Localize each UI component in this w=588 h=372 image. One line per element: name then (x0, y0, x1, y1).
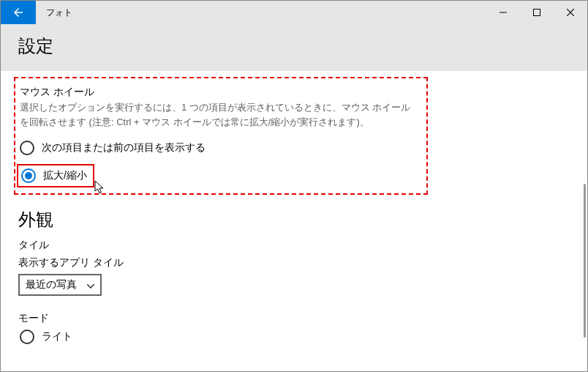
app-tile-label: 表示するアプリ タイル (18, 256, 570, 269)
appearance-title: 外観 (18, 208, 570, 231)
scrollbar-thumb[interactable] (584, 184, 586, 338)
close-icon (567, 9, 574, 16)
mouse-cursor-icon (94, 180, 106, 195)
radio-icon (20, 330, 34, 344)
svg-rect-0 (500, 12, 507, 13)
app-title: フォト (36, 1, 72, 24)
back-button[interactable] (1, 1, 36, 24)
titlebar: フォト (1, 1, 587, 24)
minimize-icon (500, 9, 507, 16)
tile-label: タイル (18, 239, 570, 252)
back-arrow-icon (12, 6, 25, 19)
minimize-button[interactable] (486, 1, 520, 24)
maximize-button[interactable] (520, 1, 554, 24)
radio-label: 次の項目または前の項目を表示する (42, 141, 206, 155)
settings-content: マウス ホイール 選択したオプションを実行するには、1 つの項目が表示されている… (1, 71, 587, 344)
mode-label: モード (18, 312, 570, 325)
radio-icon-selected (21, 168, 36, 183)
page-title: 設定 (18, 34, 570, 58)
app-tile-dropdown[interactable]: 最近の写真 (18, 274, 102, 296)
mouse-wheel-title: マウス ホイール (20, 86, 419, 99)
chevron-down-icon (87, 279, 94, 291)
dropdown-value: 最近の写真 (26, 278, 77, 291)
radio-light-mode[interactable]: ライト (20, 330, 570, 344)
window-controls (486, 1, 587, 24)
radio-label: 拡大/縮小 (43, 169, 87, 182)
radio-zoom[interactable]: 拡大/縮小 (21, 168, 87, 183)
radio-next-prev-item[interactable]: 次の項目または前の項目を表示する (20, 141, 419, 155)
radio-zoom-highlight: 拡大/縮小 (17, 164, 94, 187)
mouse-wheel-section-highlight: マウス ホイール 選択したオプションを実行するには、1 つの項目が表示されている… (14, 77, 428, 195)
radio-icon (20, 141, 34, 155)
radio-label: ライト (42, 330, 72, 343)
svg-rect-1 (534, 10, 540, 16)
page-header: 設定 (1, 24, 587, 71)
mouse-wheel-description: 選択したオプションを実行するには、1 つの項目が表示されているときに、マウス ホ… (20, 100, 419, 129)
close-button[interactable] (554, 1, 587, 24)
maximize-icon (533, 9, 540, 16)
